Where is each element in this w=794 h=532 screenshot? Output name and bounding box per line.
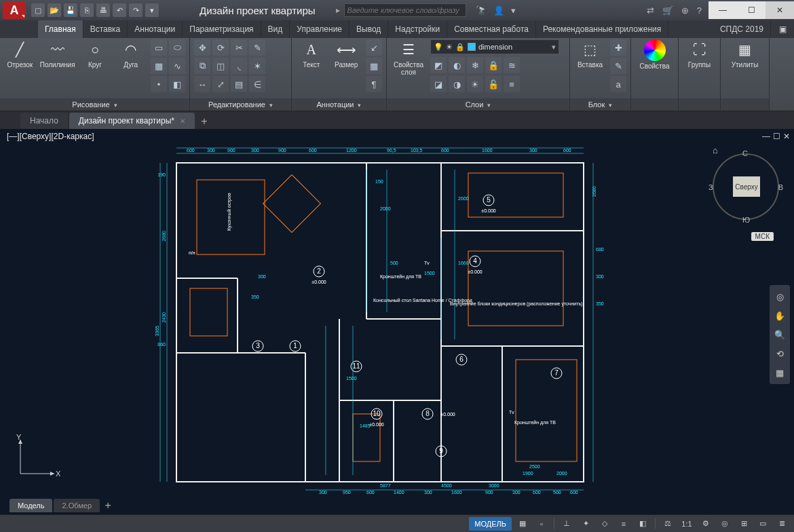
tab-featured-apps[interactable]: Рекомендованные приложения [536,20,668,38]
ribbon-collapse-icon[interactable]: ▣ [771,20,794,38]
drawing-canvas[interactable]: [—][Сверху][2D-каркас] — ☐ ✕ [0,129,794,514]
viewcube-top-face[interactable]: Сверху [733,176,760,197]
status-transparency-icon[interactable]: ◧ [635,517,651,531]
viewcube[interactable]: ⌂ Сверху С В Ю З [708,149,783,224]
app-logo[interactable]: A [3,1,26,19]
status-osnap-icon[interactable]: ◇ [597,517,613,531]
tool-utilities[interactable]: ▦Утилиты [727,39,763,69]
tool-copy-icon[interactable]: ⧉ [194,58,210,74]
doc-tab-start[interactable]: Начало [20,113,68,129]
help-icon[interactable]: ? [697,5,702,16]
tool-move-icon[interactable]: ✥ [194,39,210,56]
tool-hatch-icon[interactable]: ▦ [151,58,167,74]
nav-pan-icon[interactable]: ✋ [772,308,787,323]
status-hw-icon[interactable]: ⊞ [736,517,752,531]
window-minimize[interactable]: — [708,1,737,19]
layer-lock2-icon[interactable]: 🔒 [485,57,502,73]
viewcube-south[interactable]: Ю [742,216,750,224]
tool-rotate-icon[interactable]: ⟳ [212,39,229,56]
layout-tab-add[interactable]: + [101,499,115,512]
status-snap-icon[interactable]: ▫ [533,517,550,531]
viewcube-north[interactable]: С [742,149,748,157]
tool-groups[interactable]: ⛶Группы [683,39,716,69]
tab-view[interactable]: Вид [261,20,290,38]
vp-minimize-icon[interactable]: — [762,132,770,141]
tool-circle[interactable]: ○Круг [79,39,111,69]
status-scale[interactable]: 1:1 [679,517,695,531]
layer-uniso-icon[interactable]: ◪ [430,76,447,92]
doc-tab-close-icon[interactable]: ✕ [180,117,185,125]
qat-save-icon[interactable]: 💾 [64,3,77,17]
tab-output[interactable]: Вывод [349,20,388,38]
tool-trim-icon[interactable]: ✂ [231,39,247,56]
layer-freeze2-icon[interactable]: ❄ [467,57,483,73]
tab-addins[interactable]: Надстройки [388,20,447,38]
layer-unlock-icon[interactable]: 🔓 [485,76,502,92]
layer-dropdown[interactable]: 💡 ☀ 🔒 dimension ▾ [430,39,559,54]
tab-insert[interactable]: Вставка [83,20,128,38]
doc-tab-add[interactable]: + [196,114,212,129]
block-create-icon[interactable]: ✚ [610,39,626,56]
qat-undo-icon[interactable]: ↶ [113,3,126,17]
panel-title-block[interactable]: Блок [570,98,630,111]
nav-wheel-icon[interactable]: ◎ [772,289,787,304]
panel-title-draw[interactable]: Рисование [0,98,189,111]
tool-block-insert[interactable]: ⬚Вставка [574,39,606,69]
qat-redo-icon[interactable]: ↷ [129,3,143,17]
tool-polyline[interactable]: 〰Полилиния [40,39,75,69]
tool-explode-icon[interactable]: ✶ [249,58,265,74]
layer-iso-icon[interactable]: ◩ [430,57,447,73]
tab-manage[interactable]: Управление [290,20,349,38]
tool-properties[interactable]: Свойства [637,39,673,70]
tool-point-icon[interactable]: • [151,76,167,92]
block-attr-icon[interactable]: a [610,76,626,92]
viewcube-home-icon[interactable]: ⌂ [713,145,718,155]
tool-leader-icon[interactable]: ↙ [366,39,382,56]
tool-scale-icon[interactable]: ⤢ [212,76,229,92]
signin-icon[interactable]: 👤 [493,5,504,16]
viewcube-west[interactable]: З [708,183,713,191]
viewcube-east[interactable]: В [778,183,783,191]
infocenter-dd-icon[interactable]: ▾ [511,5,516,16]
tool-array-icon[interactable]: ▤ [231,76,247,92]
globe-icon[interactable]: ⊕ [681,5,689,16]
qat-open-icon[interactable]: 📂 [48,3,61,17]
tab-annotate[interactable]: Аннотации [128,20,183,38]
tool-table-icon[interactable]: ▦ [366,58,382,74]
viewport-label[interactable]: [—][Сверху][2D-каркас] [7,132,94,141]
window-maximize[interactable]: ☐ [737,1,765,19]
layer-on2-icon[interactable]: ◑ [449,76,465,92]
tool-spline-icon[interactable]: ∿ [169,58,185,74]
tool-erase-icon[interactable]: ✎ [249,39,265,56]
layout-tab-model[interactable]: Модель [10,499,52,512]
qat-saveas-icon[interactable]: ⎘ [80,3,94,17]
status-model-space[interactable]: МОДЕЛЬ [469,517,512,531]
tool-ellipse-icon[interactable]: ⬭ [169,39,185,56]
tool-mtext-icon[interactable]: ¶ [366,76,382,92]
qat-more-icon[interactable]: ▾ [145,3,159,17]
panel-title-layers[interactable]: Слои [387,98,569,111]
tool-dimension[interactable]: ⟷Размер [331,39,362,69]
status-gear-icon[interactable]: ⚙ [698,517,714,531]
status-grid-icon[interactable]: ▦ [514,517,531,531]
infocenter-search-icon[interactable]: 🔭 [476,5,487,16]
status-ortho-icon[interactable]: ⊥ [559,517,575,531]
tab-parametric[interactable]: Параметризация [183,20,261,38]
status-polar-icon[interactable]: ✦ [578,517,594,531]
exchange-icon[interactable]: ⇄ [647,5,654,16]
tool-fillet-icon[interactable]: ◟ [231,58,247,74]
search-input[interactable] [344,3,466,17]
wcs-badge[interactable]: МСК [751,232,774,241]
tab-home[interactable]: Главная [38,20,83,38]
vp-maximize-icon[interactable]: ☐ [773,132,780,141]
status-clean-icon[interactable]: ▭ [755,517,771,531]
window-close[interactable]: ✕ [765,1,794,19]
layer-state-icon[interactable]: ≡ [504,76,520,92]
tool-stretch-icon[interactable]: ↔ [194,76,210,92]
tab-collaborate[interactable]: Совместная работа [447,20,536,38]
nav-zoom-icon[interactable]: 🔍 [772,327,787,342]
layer-thaw-icon[interactable]: ☀ [467,76,483,92]
panel-title-annotation[interactable]: Аннотации [292,98,386,111]
doc-tab-active[interactable]: Дизайн проект квартиры* ✕ [69,113,195,129]
qat-plot-icon[interactable]: 🖶 [96,3,110,17]
